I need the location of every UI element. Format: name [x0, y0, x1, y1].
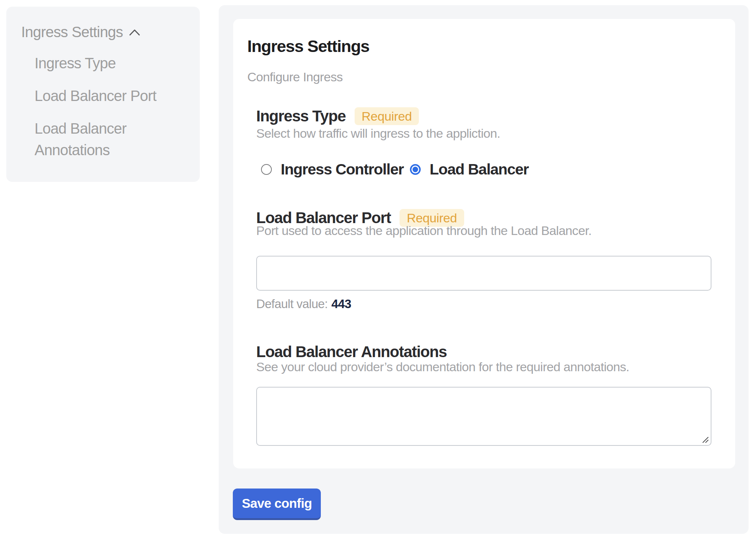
radio-option-label: Load Balancer: [430, 160, 529, 178]
sidebar-item-load-balancer-annotations[interactable]: Load Balancer Annotations: [35, 118, 176, 161]
default-value-line: Default value:443: [256, 296, 351, 312]
sidebar: Ingress Settings Ingress Type Load Balan…: [6, 7, 200, 182]
ingress-type-heading-row: Ingress Type Required: [256, 107, 419, 125]
default-value: 443: [332, 297, 351, 311]
default-value-label: Default value:: [256, 297, 328, 311]
load-balancer-annotations-textarea[interactable]: [256, 387, 711, 446]
radio-option-ingress-controller[interactable]: Ingress Controller: [261, 160, 404, 178]
required-badge: Required: [355, 107, 419, 125]
sidebar-items: Ingress Type Load Balancer Port Load Bal…: [35, 52, 189, 161]
sidebar-item-load-balancer-port[interactable]: Load Balancer Port: [35, 85, 176, 107]
main-panel: Ingress Settings Configure Ingress Ingre…: [219, 5, 749, 534]
radio-circle-icon[interactable]: [261, 164, 272, 175]
page-subtitle: Configure Ingress: [247, 69, 343, 85]
radio-option-load-balancer[interactable]: Load Balancer: [410, 160, 529, 178]
load-balancer-port-input[interactable]: [256, 256, 711, 291]
page-title: Ingress Settings: [247, 36, 369, 56]
chevron-up-icon: [129, 29, 140, 36]
save-config-button[interactable]: Save config: [233, 489, 321, 520]
ingress-type-label: Ingress Type: [256, 107, 346, 125]
ingress-type-description: Select how traffic will ingress to the a…: [256, 125, 500, 141]
load-balancer-annotations-field: [256, 387, 711, 446]
load-balancer-annotations-description: See your cloud provider’s documentation …: [256, 359, 629, 375]
load-balancer-port-description: Port used to access the application thro…: [256, 222, 592, 239]
sidebar-item-ingress-type[interactable]: Ingress Type: [35, 52, 176, 74]
radio-option-label: Ingress Controller: [281, 160, 404, 178]
sidebar-group-label: Ingress Settings: [21, 23, 123, 41]
ingress-settings-card: Ingress Settings Configure Ingress Ingre…: [233, 19, 735, 468]
radio-circle-icon[interactable]: [410, 164, 421, 175]
sidebar-group-ingress-settings[interactable]: Ingress Settings: [21, 23, 189, 41]
